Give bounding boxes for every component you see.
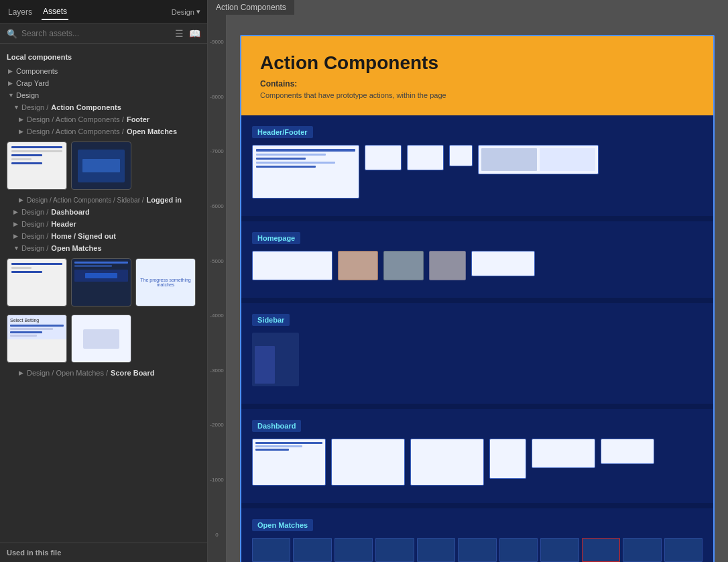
search-icons: ☰ 📖: [175, 28, 200, 39]
arrow-icon: ▶: [13, 221, 19, 227]
sidebar-section: Sidebar: [241, 303, 713, 404]
canvas-main[interactable]: Action Components Contains: Components t…: [227, 15, 728, 562]
match-thumb: [375, 538, 414, 562]
homepage-frame-1: [252, 251, 332, 280]
mini-frame-3: [449, 145, 473, 166]
dashboard-frame-6: [601, 439, 654, 464]
homepage-section: Homepage: [241, 221, 713, 298]
design-frame: Action Components Contains: Components t…: [240, 35, 715, 562]
sidebar-item-design[interactable]: ▼ Design: [0, 89, 207, 101]
section-row-dashboard: [252, 439, 703, 486]
thumbnail-item[interactable]: [7, 258, 67, 306]
section-row-homepage: [252, 251, 703, 280]
assets-tab[interactable]: Assets: [42, 4, 68, 20]
thumb-line: [11, 158, 32, 160]
arrow-icon: ▼: [13, 245, 19, 251]
match-thumb: [664, 538, 703, 562]
thumbnails-group-3: Select Betting: [0, 311, 207, 367]
sidebar-item-components[interactable]: ▶ Components: [0, 65, 207, 77]
sidebar-item-action-components[interactable]: ▼ Design / Action Components: [0, 101, 207, 113]
search-bar: 🔍 ☰ 📖: [0, 24, 207, 44]
match-thumb: [540, 538, 579, 562]
section-label-header-footer: Header/Footer: [252, 126, 313, 138]
sidebar-item-crap-yard[interactable]: ▶ Crap Yard: [0, 77, 207, 89]
sidebar-item-dashboard[interactable]: ▶ Design / Dashboard: [0, 206, 207, 218]
section-divider: [241, 216, 713, 221]
sidebar-item-header[interactable]: ▶ Design / Header: [0, 218, 207, 230]
header-footer-frame: [252, 145, 359, 199]
arrow-icon: ▶: [19, 196, 24, 203]
layers-tab[interactable]: Layers: [7, 5, 34, 19]
thumbnail-item[interactable]: The progress something matches: [135, 258, 196, 306]
design-tab[interactable]: Design ▾: [172, 7, 200, 16]
wide-frame-1: [478, 145, 599, 174]
search-icon: 🔍: [7, 29, 17, 39]
thumbnail-item[interactable]: [71, 258, 131, 306]
thumbnail-item[interactable]: [71, 142, 131, 190]
thumbnail-item[interactable]: [7, 142, 67, 190]
thumb-line: [11, 267, 32, 269]
sidebar-item-sidebar-logged-in[interactable]: ▶ Design / Action Components / Sidebar /…: [0, 194, 207, 206]
book-icon[interactable]: 📖: [189, 28, 200, 39]
action-components-header: Action Components Contains: Components t…: [241, 36, 713, 115]
sidebar-item-label: Design: [16, 91, 39, 99]
local-components-header[interactable]: Local components: [0, 49, 207, 65]
ruler-number: -2000: [210, 422, 223, 428]
sidebar-item-open-matches[interactable]: ▼ Design / Open Matches: [0, 242, 207, 254]
canvas-tab[interactable]: Action Components: [208, 0, 294, 15]
thumbnail-item[interactable]: [71, 315, 131, 363]
section-divider-2: [241, 298, 713, 303]
ruler: -9000 -8000 -7000 -6000 -5000 -4000 -300…: [208, 15, 227, 562]
sidebar-item-prefix: Design / Action Components / Sidebar /: [27, 196, 144, 204]
sidebar-item-label-bold: Action Components: [51, 103, 121, 111]
thumb-inner: [72, 142, 131, 189]
sidebar-item-label-bold: Open Matches: [51, 244, 101, 252]
list-icon[interactable]: ☰: [175, 28, 184, 39]
thumbnails-group-1: [0, 137, 207, 194]
sidebar-mini-frame: [252, 333, 299, 386]
mini-frame-2: [407, 145, 444, 170]
sidebar-item-open-matches-sub[interactable]: ▶ Design / Action Components / Open Matc…: [0, 125, 207, 137]
ruler-number: -9000: [210, 39, 223, 45]
ruler-number: 0: [215, 532, 218, 538]
ruler-number: -4000: [210, 313, 223, 319]
homepage-frame-5: [471, 251, 535, 276]
thumb-line: [11, 263, 62, 265]
arrow-icon: ▶: [19, 116, 24, 123]
match-thumb-red: [582, 538, 620, 562]
contains-label: Contains:: [260, 79, 694, 89]
arrow-icon: ▼: [13, 104, 19, 111]
section-label-dashboard: Dashboard: [252, 420, 301, 432]
sidebar-item-scoreboard[interactable]: ▶ Design / Open Matches / Score Board: [0, 367, 207, 379]
dashboard-frame-4: [489, 439, 526, 479]
ruler-number: -3000: [210, 368, 223, 374]
homepage-frame-4: [429, 251, 466, 280]
top-bar: Layers Assets Design ▾: [0, 0, 207, 24]
frame-title: Action Components: [260, 52, 694, 74]
sidebar-item-prefix: Design /: [21, 208, 48, 216]
sidebar-item-label-bold: Score Board: [111, 369, 154, 377]
sidebar-item-home-signed-out[interactable]: ▶ Design / Home / Signed out: [0, 230, 207, 242]
sidebar-item-label-bold: Header: [51, 220, 76, 228]
dashboard-frame-2: [331, 439, 405, 486]
design-label: Design: [172, 8, 194, 16]
ruler-number: -8000: [210, 94, 223, 100]
dashboard-frame-3: [410, 439, 484, 486]
match-thumb: [499, 538, 538, 562]
sidebar-item-footer[interactable]: ▶ Design / Action Components / Footer: [0, 113, 207, 125]
ruler-number: -7000: [210, 148, 223, 154]
panel-content: Local components ▶ Components ▶ Crap Yar…: [0, 44, 207, 543]
sidebar-item-label-bold: Footer: [127, 115, 149, 123]
section-label-open-matches: Open Matches: [252, 519, 313, 531]
homepage-frame-2: [338, 251, 378, 280]
design-chevron-icon: ▾: [196, 7, 200, 16]
sidebar-item-label: Components: [16, 67, 58, 75]
search-input[interactable]: [21, 29, 171, 38]
arrow-icon: ▶: [19, 370, 24, 376]
match-thumb: [335, 538, 373, 562]
arrow-icon: ▶: [19, 128, 24, 135]
thumb-line: [11, 146, 62, 148]
sidebar-item-prefix: Design / Action Components /: [27, 115, 124, 123]
thumbnail-item[interactable]: Select Betting: [7, 315, 67, 363]
arrow-icon: ▶: [8, 68, 13, 74]
